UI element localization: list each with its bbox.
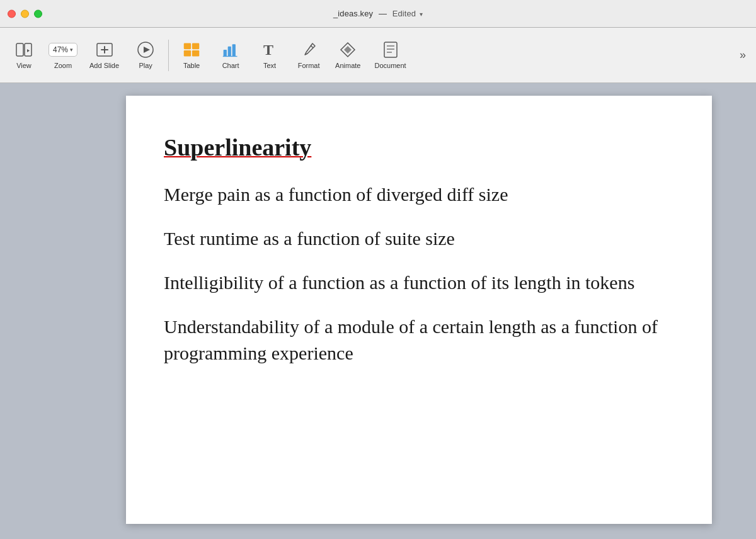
svg-rect-12 xyxy=(224,50,227,57)
text-icon: T xyxy=(261,41,278,59)
svg-marker-7 xyxy=(144,47,150,53)
animate-label: Animate xyxy=(335,62,360,69)
play-button[interactable]: Play xyxy=(127,33,164,78)
document-icon xyxy=(382,41,399,59)
svg-rect-20 xyxy=(384,42,397,57)
title-chevron[interactable]: ▾ xyxy=(420,11,423,18)
slide-item-2: Test runtime as a function of suite size xyxy=(164,225,674,252)
slide-item-1: Merge pain as a function of diverged dif… xyxy=(164,181,674,208)
zoom-label: Zoom xyxy=(54,62,72,69)
filename: _ideas.key xyxy=(333,9,373,18)
maximize-button[interactable] xyxy=(34,9,42,18)
slide-item-4: Understandability of a module of a certa… xyxy=(164,314,674,366)
view-label: View xyxy=(16,62,32,69)
svg-rect-13 xyxy=(228,47,231,57)
play-label: Play xyxy=(139,62,152,69)
window-title: _ideas.key — Edited ▾ xyxy=(333,9,423,18)
add-slide-icon xyxy=(96,41,113,59)
close-button[interactable] xyxy=(8,9,16,18)
title-bar: _ideas.key — Edited ▾ xyxy=(0,0,756,28)
minimize-button[interactable] xyxy=(21,9,29,18)
slide-body: Merge pain as a function of diverged dif… xyxy=(164,181,674,366)
format-icon xyxy=(300,41,318,59)
svg-rect-10 xyxy=(184,50,191,57)
svg-rect-8 xyxy=(184,43,191,50)
title-separator: — xyxy=(379,9,387,18)
document-button[interactable]: Document xyxy=(368,33,412,78)
svg-text:T: T xyxy=(263,42,273,58)
play-icon xyxy=(137,41,154,59)
add-slide-button[interactable]: Add Slide xyxy=(83,33,125,78)
svg-rect-11 xyxy=(192,50,199,57)
add-slide-label: Add Slide xyxy=(89,62,119,69)
animate-icon xyxy=(339,41,357,59)
zoom-value: 47% xyxy=(53,45,68,54)
edit-status: Edited xyxy=(392,9,416,18)
zoom-icon: 47% ▾ xyxy=(54,41,72,59)
text-button[interactable]: T Text xyxy=(251,33,289,78)
text-label: Text xyxy=(263,62,276,69)
sidebar xyxy=(0,83,82,539)
chart-icon xyxy=(222,41,239,59)
slide-item-3: Intelligibility of a function as a funct… xyxy=(164,270,674,296)
canvas-area: Superlinearity Merge pain as a function … xyxy=(82,83,756,539)
window-controls xyxy=(8,9,42,18)
slide-canvas[interactable]: Superlinearity Merge pain as a function … xyxy=(126,96,712,524)
format-label: Format xyxy=(298,62,320,69)
svg-rect-14 xyxy=(232,44,236,56)
svg-marker-19 xyxy=(344,46,352,54)
animate-button[interactable]: Animate xyxy=(329,33,367,78)
toolbar: View 47% ▾ Zoom Add Slide xyxy=(0,28,756,83)
view-icon xyxy=(15,41,33,59)
svg-line-17 xyxy=(311,45,313,48)
table-label: Table xyxy=(183,62,200,69)
separator-1 xyxy=(168,40,169,71)
zoom-button[interactable]: 47% ▾ Zoom xyxy=(44,33,82,78)
document-label: Document xyxy=(374,62,406,69)
more-button[interactable]: » xyxy=(735,46,751,64)
view-button[interactable]: View xyxy=(5,33,43,78)
format-button[interactable]: Format xyxy=(290,33,328,78)
table-icon xyxy=(183,41,200,59)
svg-rect-0 xyxy=(16,43,23,56)
svg-marker-2 xyxy=(27,49,30,52)
slide-title: Superlinearity xyxy=(164,133,674,161)
table-button[interactable]: Table xyxy=(173,33,210,78)
main-area: Superlinearity Merge pain as a function … xyxy=(0,83,756,539)
svg-rect-9 xyxy=(192,43,199,50)
chart-button[interactable]: Chart xyxy=(212,33,249,78)
chart-label: Chart xyxy=(222,62,239,69)
